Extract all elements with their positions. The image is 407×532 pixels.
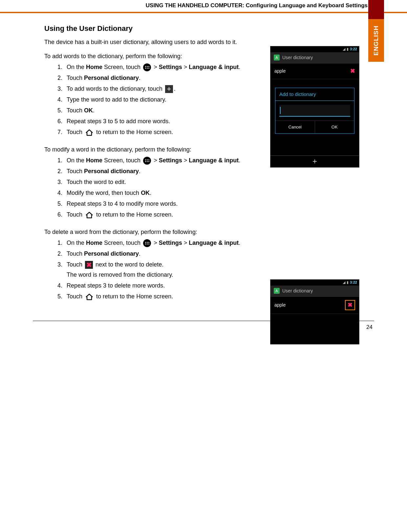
dictionary-icon: A [274, 288, 280, 294]
delete-x-icon: ✖ [85, 261, 93, 269]
screen-title: User dictionary [282, 54, 313, 61]
dictionary-entry[interactable]: apple ✖ [270, 297, 359, 314]
delete-lead: To delete a word from the dictionary, pe… [44, 228, 359, 237]
dictionary-entry[interactable]: apple ✖ [270, 63, 359, 79]
modify-step-2: Touch Personal dictionary. [64, 167, 359, 176]
entry-word: apple [274, 68, 286, 75]
home-icon [85, 293, 94, 300]
page-header: USING THE HANDHELD COMPUTER: Configuring… [0, 0, 407, 13]
status-bar: ◢ ▮ 3:22 [270, 46, 359, 52]
home-icon [85, 129, 94, 136]
modify-step-4: Modify the word, then touch OK. [64, 189, 359, 197]
screen-title-bar: A User dictionary [270, 286, 359, 297]
signal-icon: ▮ [347, 280, 349, 285]
section-heading: Using the User Dictionary [44, 23, 359, 34]
add-word-button[interactable]: + [270, 155, 359, 167]
dictionary-icon: A [274, 55, 280, 60]
modify-step-5: Repeat steps 3 to 4 to modify more words… [64, 199, 359, 208]
delete-step-3-sub: The word is removed from the dictionary. [67, 270, 359, 279]
delete-entry-icon[interactable]: ✖ [345, 300, 355, 310]
dialog-ok-button[interactable]: OK [315, 121, 354, 133]
entry-word: apple [274, 302, 286, 309]
screen-title: User dictionary [282, 288, 313, 294]
delete-entry-icon[interactable]: ✖ [350, 67, 355, 76]
phone-screenshot-add: ◢ ▮ 3:22 A User dictionary apple ✖ Add t… [270, 46, 359, 168]
section-intro: The device has a built-in user dictionar… [44, 38, 359, 47]
wifi-icon: ◢ [343, 46, 345, 52]
apps-icon [143, 63, 151, 71]
modify-step-3: Touch the word to edit. [64, 178, 359, 187]
dialog-input[interactable] [279, 105, 350, 117]
phone-screenshot-delete: ◢ ▮ 3:22 A User dictionary apple ✖ + [270, 279, 359, 345]
apps-icon [143, 239, 151, 247]
add-dialog: Add to dictionary Cancel OK [275, 88, 354, 134]
signal-icon: ▮ [347, 46, 349, 52]
apps-icon [143, 157, 151, 165]
dialog-cancel-button[interactable]: Cancel [275, 121, 315, 133]
plus-icon: + [165, 85, 173, 93]
delete-step-1: On the Home Screen, touch > Settings > L… [64, 239, 359, 247]
status-time: 3:22 [350, 280, 357, 285]
wifi-icon: ◢ [343, 280, 345, 285]
screen-title-bar: A User dictionary [270, 52, 359, 63]
status-bar: ◢ ▮ 3:22 [270, 280, 359, 286]
delete-step-3: Touch ✖ next to the word to delete. The … [64, 260, 359, 279]
dialog-title: Add to dictionary [275, 88, 354, 101]
delete-step-2: Touch Personal dictionary. [64, 249, 359, 258]
home-icon [85, 211, 94, 219]
header-title: USING THE HANDHELD COMPUTER: Configuring… [146, 2, 368, 9]
modify-step-6: Touch to return to the Home screen. [64, 210, 359, 219]
status-time: 3:22 [350, 46, 357, 52]
